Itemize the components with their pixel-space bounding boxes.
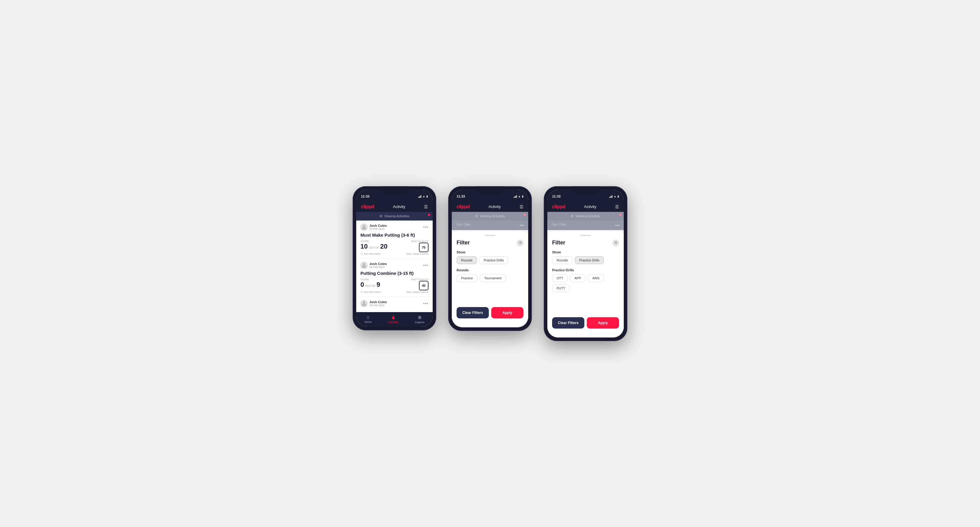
wifi-icon-3: ▲: [614, 195, 616, 198]
notch-3: [572, 186, 599, 194]
apply-button-2[interactable]: Apply: [491, 307, 523, 318]
show-label-2: Show: [457, 250, 523, 254]
nav-activities[interactable]: ♟ Activities: [388, 314, 399, 324]
filter-header-2: Filter ✕: [457, 240, 523, 246]
activity-title-1: Must Make Putting (3-6 ft): [360, 232, 428, 238]
dots-menu-1[interactable]: •••: [423, 225, 428, 230]
tournament-chip-2[interactable]: Tournament: [480, 274, 506, 282]
hamburger-icon-3[interactable]: ☰: [615, 205, 619, 209]
user-date-3: 28 Feb 2023: [369, 304, 387, 307]
user-info-3: Josh Coles 28 Feb 2023: [360, 300, 387, 307]
phone-3: 11:33 ▲ ▮ clippd Activity ☰: [544, 186, 627, 341]
quality-label-2: Shot Quality: [411, 278, 428, 281]
signal-icon: [418, 195, 421, 198]
viewing-text-1: Viewing Activities: [384, 214, 409, 218]
phone-1-screen: 11:33 ▲ ▮ clippd Activity ☰: [356, 190, 433, 327]
dots-menu-3[interactable]: •••: [423, 301, 428, 306]
putt-chip-3[interactable]: PUTT: [552, 284, 570, 292]
activity-list-1: Josh Coles 28 Feb 2023 ••• Must Make Put…: [356, 221, 433, 312]
activity-item-3[interactable]: Josh Coles 28 Feb 2023 •••: [356, 297, 433, 312]
phones-container: 11:33 ▲ ▮ clippd Activity ☰: [353, 186, 627, 341]
drills-chips-3: OTT APP ARG PUTT: [552, 274, 619, 292]
data-source-1: Data: Clippd Capture: [406, 252, 428, 255]
clear-filters-button-3[interactable]: Clear Filters: [552, 317, 584, 329]
practice-drills-chip-2[interactable]: Practice Drills: [479, 256, 508, 264]
practice-chip-2[interactable]: Practice: [457, 274, 477, 282]
home-icon: ⌂: [367, 314, 370, 320]
score-value-1: 10: [360, 243, 368, 250]
quality-section-1: Shot Quality 75: [411, 240, 428, 252]
svg-point-1: [363, 263, 365, 265]
activities-label: Activities: [388, 321, 399, 324]
filter-sheet-3: Filter ✕ Show Rounds Practice Drills Pra…: [547, 230, 624, 338]
ott-chip-3[interactable]: OTT: [552, 274, 568, 282]
user-details-3: Josh Coles 28 Feb 2023: [369, 300, 387, 307]
rounds-chip-2[interactable]: Rounds: [457, 256, 477, 264]
activity-item-2[interactable]: Josh Coles 28 Feb 2023 ••• Putting Combi…: [356, 259, 433, 297]
clear-filters-button-2[interactable]: Clear Filters: [457, 307, 489, 318]
signal-icon-3: [609, 195, 612, 198]
dots-menu-2[interactable]: •••: [423, 263, 428, 268]
sheet-bottom-3: [547, 332, 624, 336]
capture-icon: ⊕: [418, 314, 422, 320]
filter-title-3: Filter: [552, 240, 565, 246]
close-button-2[interactable]: ✕: [517, 240, 523, 246]
hamburger-icon-1[interactable]: ☰: [424, 205, 428, 209]
nav-capture[interactable]: ⊕ Capture: [415, 314, 425, 324]
sheet-bottom-2: [452, 322, 528, 326]
show-chips-3: Rounds Practice Drills: [552, 256, 619, 264]
arg-chip-3[interactable]: ARG: [588, 274, 604, 282]
test-info-2: ⓘ Test Information: [360, 290, 381, 294]
battery-icon: ▮: [426, 195, 428, 198]
viewing-bar-2-dim: ⚙ Viewing Activities: [452, 212, 528, 221]
viewing-bar-1[interactable]: ⚙ Viewing Activities: [356, 212, 433, 221]
activity-header-2: Josh Coles 28 Feb 2023 •••: [360, 262, 428, 269]
user-name-1: Josh Coles: [369, 224, 387, 227]
practice-drills-chip-3[interactable]: Practice Drills: [575, 256, 604, 264]
activity-title-2: Putting Combine (3-15 ft): [360, 271, 428, 276]
user-name-3: Josh Coles: [369, 300, 387, 304]
rounds-label-2: Rounds: [457, 268, 523, 272]
time-3: 11:33: [552, 195, 560, 198]
signal-icon-2: [514, 195, 517, 198]
info-icon-2: ⓘ: [360, 290, 363, 294]
practice-drills-label-3: Practice Drills: [552, 268, 619, 272]
rounds-chip-3[interactable]: Rounds: [552, 256, 573, 264]
logo-1: clippd: [361, 204, 374, 210]
score-label-2: Score: [360, 278, 380, 281]
header-title-3: Activity: [584, 205, 596, 209]
shots-value-2: 9: [377, 281, 380, 289]
activity-item-1[interactable]: Josh Coles 28 Feb 2023 ••• Must Make Put…: [356, 221, 433, 259]
notification-dot-1: [428, 214, 430, 216]
filter-icon-1: ⚙: [380, 214, 382, 218]
phone-1: 11:33 ▲ ▮ clippd Activity ☰: [353, 186, 436, 330]
filter-icon-3: ⚙: [571, 214, 574, 218]
nav-home[interactable]: ⌂ Home: [364, 314, 371, 324]
score-section-1: Score 10 OUT OF 20: [360, 240, 388, 250]
activity-header-3: Josh Coles 28 Feb 2023 •••: [360, 300, 428, 307]
hamburger-icon-2[interactable]: ☰: [520, 205, 523, 209]
filter-content-3: Filter ✕ Show Rounds Practice Drills Pra…: [547, 231, 624, 332]
activities-icon: ♟: [391, 314, 395, 320]
quality-badge-1: 75: [419, 243, 428, 252]
apply-button-3[interactable]: Apply: [587, 317, 619, 329]
viewing-text-3: Viewing Activities: [575, 214, 600, 218]
app-header-1: clippd Activity ☰: [356, 202, 433, 212]
filter-header-3: Filter ✕: [552, 240, 619, 246]
filter-actions-3: Clear Filters Apply: [552, 314, 619, 329]
user-info-1: Josh Coles 28 Feb 2023: [360, 224, 387, 231]
phone-2: 11:33 ▲ ▮ clippd Activity ☰: [448, 186, 532, 331]
dimmed-bg-3: ⚙ Viewing Activities Josh Coles •••: [547, 212, 624, 230]
notification-dot-2: [523, 214, 526, 216]
wifi-icon-2: ▲: [518, 195, 521, 198]
battery-icon-2: ▮: [522, 195, 523, 198]
filter-icon-2: ⚙: [475, 214, 478, 218]
info-icon-1: ⓘ: [360, 252, 363, 256]
close-button-3[interactable]: ✕: [612, 240, 619, 246]
notification-dot-3: [619, 214, 621, 216]
status-icons-2: ▲ ▮: [514, 195, 523, 198]
notch-2: [477, 186, 503, 194]
outof-1: OUT OF: [369, 246, 379, 249]
activity-header-1: Josh Coles 28 Feb 2023 •••: [360, 224, 428, 231]
app-chip-3[interactable]: APP: [570, 274, 585, 282]
